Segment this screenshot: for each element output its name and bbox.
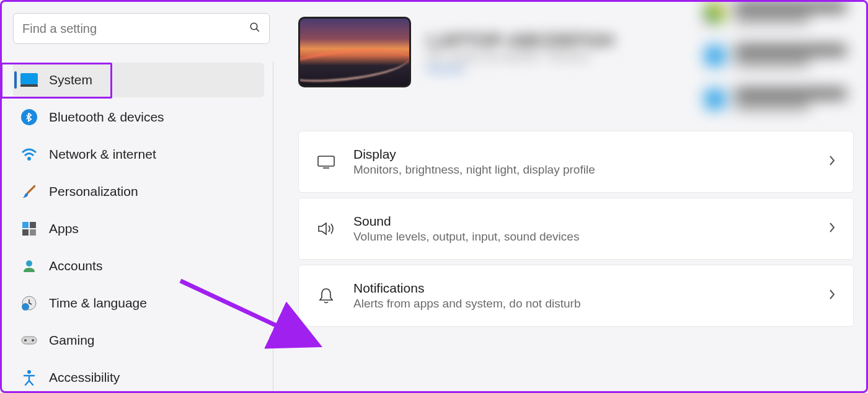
svg-point-16 (27, 370, 31, 374)
card-display[interactable]: Display Monitors, brightness, night ligh… (298, 131, 854, 193)
sidebar-item-gaming[interactable]: Gaming (13, 323, 264, 358)
device-thumbnail (298, 17, 411, 87)
search-icon (249, 22, 260, 35)
svg-rect-7 (30, 222, 36, 228)
bell-icon (316, 286, 336, 306)
chevron-right-icon (828, 154, 836, 169)
sidebar-item-personalization[interactable]: Personalization (13, 174, 264, 209)
settings-cards: Display Monitors, brightness, night ligh… (298, 131, 854, 327)
system-icon (20, 71, 38, 89)
card-title: Sound (353, 214, 811, 229)
svg-rect-2 (20, 73, 38, 84)
sound-icon (316, 219, 336, 239)
card-desc: Monitors, brightness, night light, displ… (353, 163, 811, 177)
apps-icon (20, 220, 38, 237)
sidebar-item-bluetooth[interactable]: Bluetooth & devices (13, 100, 264, 135)
main-content: LAPTOP-ABCDEFGH HP Laptop 15s-fq2000 · R… (273, 2, 866, 391)
sidebar-item-time-language[interactable]: Time & language (13, 286, 264, 320)
sidebar-item-network[interactable]: Network & internet (13, 137, 264, 172)
bluetooth-icon (20, 108, 38, 126)
card-title: Notifications (353, 281, 811, 296)
nav-list: System Bluetooth & devices Network & int… (13, 61, 273, 391)
sidebar-item-accessibility[interactable]: Accessibility (13, 360, 264, 393)
svg-point-10 (26, 260, 32, 267)
quick-links-blurred (705, 2, 860, 132)
search-box[interactable] (13, 13, 270, 44)
card-desc: Volume levels, output, input, sound devi… (353, 230, 811, 244)
paintbrush-icon (20, 183, 38, 200)
svg-point-0 (250, 23, 257, 30)
svg-line-1 (257, 29, 259, 32)
svg-rect-6 (22, 222, 29, 228)
svg-point-14 (24, 339, 27, 342)
card-title: Display (353, 147, 811, 162)
card-desc: Alerts from apps and system, do not dist… (353, 297, 811, 311)
wifi-icon (20, 146, 38, 163)
sidebar-item-label: System (49, 73, 92, 87)
sidebar-item-label: Accessibility (49, 370, 120, 385)
svg-rect-8 (22, 229, 29, 236)
svg-rect-3 (20, 84, 38, 87)
sidebar-item-system[interactable]: System (13, 63, 264, 97)
clock-globe-icon (20, 294, 38, 312)
svg-rect-17 (318, 156, 334, 166)
svg-point-5 (27, 157, 31, 161)
svg-point-12 (22, 303, 29, 311)
svg-rect-13 (22, 337, 37, 344)
device-info-blurred: LAPTOP-ABCDEFGH HP Laptop 15s-fq2000 · R… (427, 30, 614, 75)
sidebar-item-accounts[interactable]: Accounts (13, 249, 264, 283)
sidebar-item-label: Bluetooth & devices (49, 110, 164, 125)
sidebar-item-apps[interactable]: Apps (13, 211, 264, 246)
chevron-right-icon (828, 221, 836, 236)
accessibility-icon (20, 369, 38, 386)
sidebar-item-label: Personalization (49, 184, 138, 199)
svg-rect-9 (30, 229, 36, 236)
sidebar-item-label: Network & internet (49, 147, 156, 162)
sidebar-item-label: Accounts (49, 258, 102, 273)
card-sound[interactable]: Sound Volume levels, output, input, soun… (298, 198, 854, 260)
sidebar-item-label: Gaming (49, 333, 95, 348)
accounts-icon (20, 257, 38, 275)
sidebar-item-label: Time & language (49, 296, 147, 311)
sidebar-item-label: Apps (49, 221, 79, 236)
sidebar: System Bluetooth & devices Network & int… (2, 2, 273, 391)
search-input[interactable] (22, 22, 249, 36)
card-notifications[interactable]: Notifications Alerts from apps and syste… (298, 265, 854, 327)
svg-point-15 (32, 339, 34, 342)
display-icon (316, 152, 336, 172)
chevron-right-icon (828, 288, 836, 303)
gamepad-icon (20, 332, 38, 349)
